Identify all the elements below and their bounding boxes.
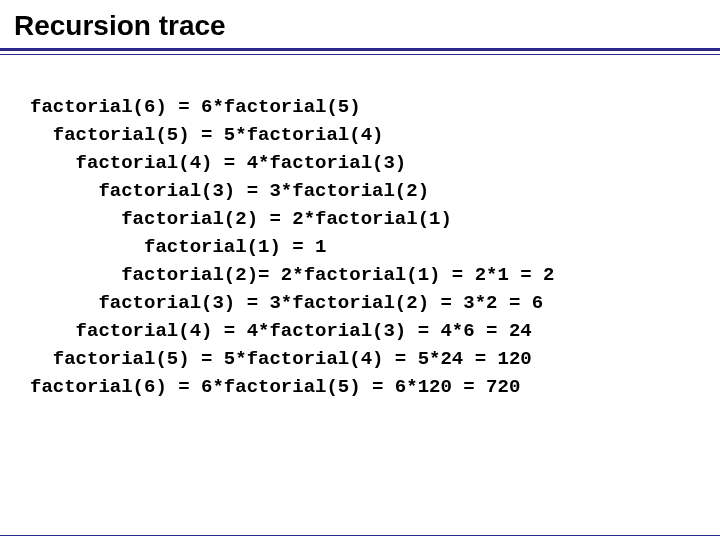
recursion-trace-block: factorial(6) = 6*factorial(5) factorial(… [0, 55, 720, 401]
slide: Recursion trace factorial(6) = 6*factori… [0, 0, 720, 540]
title-wrap: Recursion trace [0, 0, 720, 48]
title-underline [0, 48, 720, 55]
page-title: Recursion trace [14, 10, 706, 42]
footer-rule [0, 535, 720, 536]
